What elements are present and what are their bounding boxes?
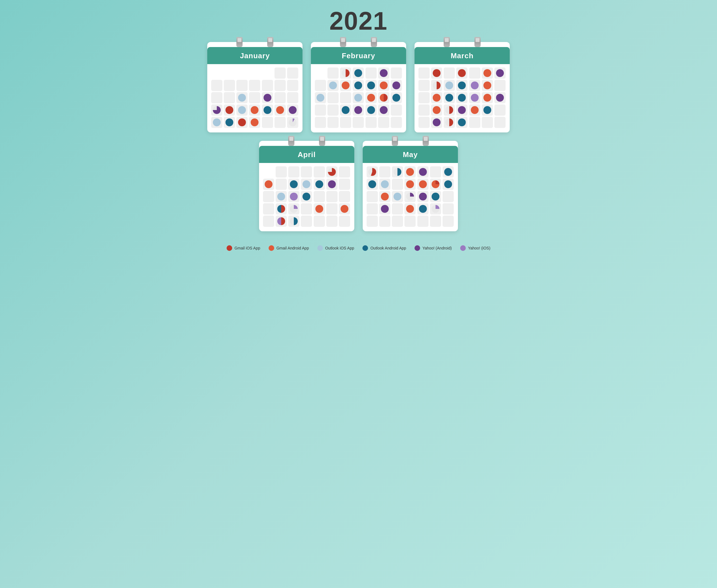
legend-dot-outlook-android bbox=[363, 245, 368, 251]
cal-cell bbox=[275, 216, 287, 227]
dot-outlook-android bbox=[445, 94, 453, 102]
cal-cell bbox=[287, 117, 298, 128]
cal-cell bbox=[288, 191, 300, 202]
cal-cell bbox=[431, 67, 442, 79]
cal-cell bbox=[314, 216, 325, 227]
dot-yahoo-android bbox=[496, 94, 504, 102]
dot-yahoo-android bbox=[380, 106, 388, 114]
cal-cell bbox=[444, 117, 455, 128]
cal-grid-february bbox=[315, 67, 402, 128]
dot-outlook-android bbox=[264, 106, 271, 114]
cal-cell bbox=[469, 117, 480, 128]
cal-cell bbox=[314, 166, 325, 177]
cal-cell bbox=[274, 117, 286, 128]
cal-cell bbox=[379, 216, 390, 227]
cal-cell bbox=[353, 104, 364, 115]
calendar-may: May bbox=[363, 141, 458, 231]
dot-gmail-android bbox=[484, 69, 491, 77]
cal-grid-may bbox=[367, 166, 454, 227]
cal-cell bbox=[417, 178, 429, 190]
clip bbox=[392, 136, 398, 146]
clip bbox=[474, 37, 480, 47]
dot-gmail-android bbox=[471, 106, 479, 114]
cal-cell bbox=[263, 191, 274, 202]
cal-cell bbox=[443, 166, 454, 177]
dot-outlook-android bbox=[392, 94, 400, 102]
cal-cell bbox=[314, 203, 325, 214]
cal-cell bbox=[456, 80, 468, 91]
cal-cell bbox=[405, 166, 416, 177]
dot-outlook-android bbox=[225, 119, 233, 126]
legend-dot-yahoo-ios bbox=[460, 245, 466, 251]
cal-cell bbox=[353, 67, 364, 79]
cal-cell bbox=[237, 80, 248, 91]
dot-yahoo-android bbox=[392, 82, 400, 89]
cal-cell bbox=[444, 104, 455, 115]
calendar-march: March bbox=[414, 42, 510, 132]
cal-cell bbox=[469, 67, 480, 79]
cal-cell bbox=[274, 67, 286, 79]
calendar-january: January bbox=[207, 42, 303, 132]
cal-cell bbox=[339, 203, 350, 214]
cal-cell bbox=[288, 178, 300, 190]
cal-cell bbox=[237, 67, 248, 79]
calendars-bottom-row: April bbox=[259, 141, 458, 231]
cal-cell bbox=[211, 80, 222, 91]
clip bbox=[288, 136, 294, 146]
cal-cell bbox=[326, 216, 337, 227]
cal-cell bbox=[367, 178, 378, 190]
cal-cell bbox=[301, 216, 312, 227]
clip bbox=[319, 136, 325, 146]
legend-label-gmail-ios: Gmail iOS App bbox=[234, 246, 260, 250]
legend-item-gmail-ios: Gmail iOS App bbox=[227, 245, 260, 251]
cal-cell bbox=[353, 80, 364, 91]
cal-cell bbox=[263, 178, 274, 190]
dot-gmail-ios-half bbox=[445, 119, 453, 126]
cal-cell bbox=[327, 92, 339, 103]
cal-cell bbox=[327, 80, 339, 91]
cal-cell bbox=[249, 117, 260, 128]
cal-cell bbox=[378, 104, 389, 115]
dot-yahoo-android bbox=[354, 106, 362, 114]
dot-outlook-ios bbox=[354, 94, 362, 102]
cal-cell bbox=[315, 92, 326, 103]
dot-outlook-android bbox=[458, 119, 466, 126]
cal-cell bbox=[417, 191, 429, 202]
dot-outlook-android bbox=[458, 94, 466, 102]
legend-dot-gmail-android bbox=[269, 245, 274, 251]
cal-cell bbox=[249, 67, 260, 79]
cal-cell bbox=[287, 80, 298, 91]
cal-cell bbox=[275, 178, 287, 190]
cal-cell bbox=[211, 67, 222, 79]
cal-cell bbox=[494, 80, 506, 91]
cal-cell bbox=[367, 216, 378, 227]
cal-cell bbox=[443, 203, 454, 214]
cal-cell bbox=[366, 80, 377, 91]
dot-gmail-ios-half bbox=[445, 106, 453, 114]
clip bbox=[267, 37, 273, 47]
calendar-february: February bbox=[311, 42, 406, 132]
cal-cell bbox=[288, 166, 300, 177]
cal-cell bbox=[469, 92, 480, 103]
cal-cell bbox=[456, 67, 468, 79]
cal-cell bbox=[443, 191, 454, 202]
cal-cell bbox=[262, 104, 273, 115]
cal-cell bbox=[392, 191, 403, 202]
cal-cell bbox=[263, 203, 274, 214]
month-name-may: May bbox=[368, 150, 452, 159]
cal-cell bbox=[392, 178, 403, 190]
cal-cell bbox=[262, 92, 273, 103]
cal-cell bbox=[211, 92, 222, 103]
calendar-header-january: January bbox=[207, 47, 303, 64]
dot-outlook-ios bbox=[316, 94, 324, 102]
month-name-april: April bbox=[265, 150, 349, 159]
cal-grid-march bbox=[418, 67, 506, 128]
cal-cell bbox=[443, 178, 454, 190]
cal-cell bbox=[379, 191, 390, 202]
clip bbox=[423, 136, 429, 146]
dot-outlook-android bbox=[354, 82, 362, 89]
dot-outlook-android bbox=[444, 168, 452, 176]
cal-cell bbox=[367, 166, 378, 177]
dot-outlook-android bbox=[484, 106, 491, 114]
cal-cell bbox=[326, 178, 337, 190]
